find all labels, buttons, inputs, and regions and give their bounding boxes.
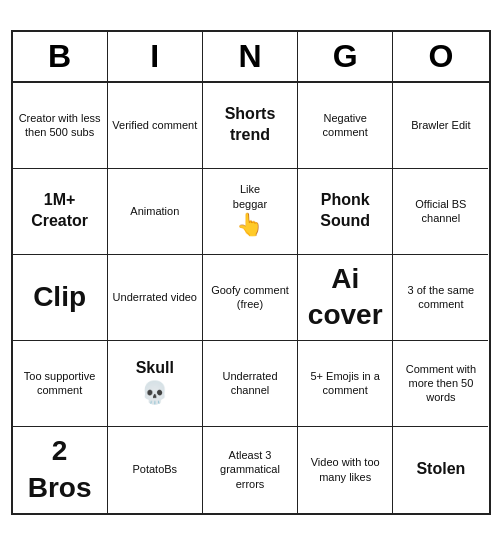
bingo-cell-5: 1M+ Creator <box>13 169 108 255</box>
cell-text-0: Creator with less then 500 subs <box>17 111 103 140</box>
bingo-cell-19: Comment with more then 50 words <box>393 341 488 427</box>
bingo-cell-23: Video with too many likes <box>298 427 393 513</box>
cell-text-8: Phonk Sound <box>302 190 388 232</box>
cell-text-9: Official BS channel <box>397 197 484 226</box>
bingo-cell-18: 5+ Emojis in a comment <box>298 341 393 427</box>
bingo-letter-o: O <box>393 32 488 81</box>
cell-text-18: 5+ Emojis in a comment <box>302 369 388 398</box>
bingo-cell-14: 3 of the same comment <box>393 255 488 341</box>
bingo-cell-0: Creator with less then 500 subs <box>13 83 108 169</box>
cell-text-6: Animation <box>130 204 179 218</box>
bingo-cell-4: Brawler Edit <box>393 83 488 169</box>
bingo-cell-13: Ai cover <box>298 255 393 341</box>
cell-text-5: 1M+ Creator <box>17 190 103 232</box>
cell-text-7: Likebeggar👆 <box>233 182 267 239</box>
bingo-letter-g: G <box>298 32 393 81</box>
cell-text-2: Shorts trend <box>207 104 293 146</box>
bingo-letter-b: B <box>13 32 108 81</box>
bingo-cell-1: Verified comment <box>108 83 203 169</box>
bingo-cell-16: Skull💀 <box>108 341 203 427</box>
bingo-cell-12: Goofy comment (free) <box>203 255 298 341</box>
cell-text-10: Clip <box>33 279 86 315</box>
bingo-cell-15: Too supportive comment <box>13 341 108 427</box>
cell-text-16: Skull💀 <box>136 358 174 407</box>
cell-text-23: Video with too many likes <box>302 455 388 484</box>
bingo-cell-3: Negative comment <box>298 83 393 169</box>
bingo-letter-i: I <box>108 32 203 81</box>
bingo-cell-22: Atleast 3 grammatical errors <box>203 427 298 513</box>
cell-text-17: Underrated channel <box>207 369 293 398</box>
bingo-cell-9: Official BS channel <box>393 169 488 255</box>
cell-text-4: Brawler Edit <box>411 118 470 132</box>
cell-text-22: Atleast 3 grammatical errors <box>207 448 293 491</box>
cell-text-24: Stolen <box>416 459 465 480</box>
bingo-cell-8: Phonk Sound <box>298 169 393 255</box>
cell-text-20: 2 Bros <box>17 433 103 506</box>
cell-text-19: Comment with more then 50 words <box>397 362 484 405</box>
bingo-cell-17: Underrated channel <box>203 341 298 427</box>
cell-text-15: Too supportive comment <box>17 369 103 398</box>
bingo-grid: Creator with less then 500 subsVerified … <box>13 83 489 513</box>
bingo-cell-6: Animation <box>108 169 203 255</box>
bingo-cell-24: Stolen <box>393 427 488 513</box>
bingo-header: BINGO <box>13 32 489 83</box>
cell-text-12: Goofy comment (free) <box>207 283 293 312</box>
bingo-cell-21: PotatoBs <box>108 427 203 513</box>
cell-text-3: Negative comment <box>302 111 388 140</box>
cell-text-14: 3 of the same comment <box>397 283 484 312</box>
cell-text-21: PotatoBs <box>132 462 177 476</box>
bingo-card: BINGO Creator with less then 500 subsVer… <box>11 30 491 515</box>
bingo-cell-11: Underrated video <box>108 255 203 341</box>
bingo-cell-2: Shorts trend <box>203 83 298 169</box>
cell-text-13: Ai cover <box>302 261 388 334</box>
bingo-cell-10: Clip <box>13 255 108 341</box>
cell-text-1: Verified comment <box>112 118 197 132</box>
bingo-cell-7: Likebeggar👆 <box>203 169 298 255</box>
bingo-letter-n: N <box>203 32 298 81</box>
bingo-cell-20: 2 Bros <box>13 427 108 513</box>
cell-text-11: Underrated video <box>113 290 197 304</box>
